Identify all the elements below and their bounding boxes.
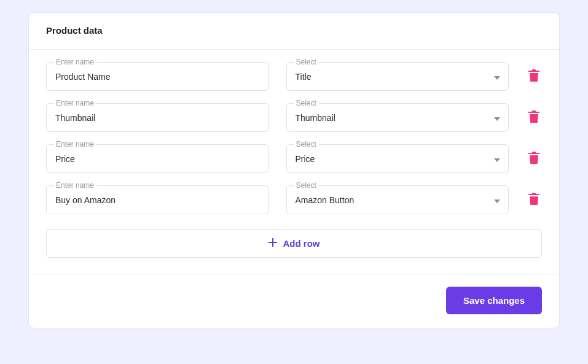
delete-row-button[interactable] [526,110,542,125]
panel-title: Product data [29,13,559,50]
name-input[interactable] [46,62,269,91]
rows-container: Enter name Select Title Enter name [29,50,559,225]
select-input[interactable]: Thumbnail [286,103,509,132]
select-field: Select Title [286,62,509,91]
name-field-label: Enter name [53,181,96,190]
name-field: Enter name [46,103,269,132]
data-row: Enter name Select Amazon Button [46,180,542,222]
trash-icon [528,193,539,207]
delete-row-button[interactable] [526,69,542,83]
delete-row-button[interactable] [526,152,542,166]
trash-icon [528,69,539,83]
add-row-container: Add row [29,225,559,274]
data-row: Enter name Select Thumbnail [46,98,542,139]
name-field-label: Enter name [53,58,96,66]
select-field-label: Select [294,140,319,149]
trash-icon [528,152,539,166]
name-field: Enter name [46,62,269,91]
name-input[interactable] [46,103,269,132]
trash-icon [528,110,539,125]
name-field-label: Enter name [53,99,96,107]
data-row: Enter name Select Title [46,57,542,98]
name-field-label: Enter name [53,140,96,149]
save-button[interactable]: Save changes [446,287,542,314]
product-data-panel: Product data Enter name Select Title [28,12,560,328]
data-row: Enter name Select Price [46,139,542,180]
select-input[interactable]: Price [286,144,509,173]
add-row-label: Add row [283,238,320,249]
name-field: Enter name [46,144,269,173]
select-field: Select Amazon Button [286,185,509,214]
add-row-button[interactable]: Add row [46,229,542,258]
select-field-label: Select [294,99,319,107]
select-input[interactable]: Title [286,62,509,91]
panel-footer: Save changes [29,274,559,328]
name-input[interactable] [46,185,269,214]
select-field: Select Price [286,144,509,173]
delete-row-button[interactable] [526,193,542,207]
select-input[interactable]: Amazon Button [286,185,509,214]
select-field-label: Select [294,58,319,66]
select-field-label: Select [294,181,319,190]
name-field: Enter name [46,185,269,214]
plus-icon [269,238,277,249]
name-input[interactable] [46,144,269,173]
select-field: Select Thumbnail [286,103,509,132]
